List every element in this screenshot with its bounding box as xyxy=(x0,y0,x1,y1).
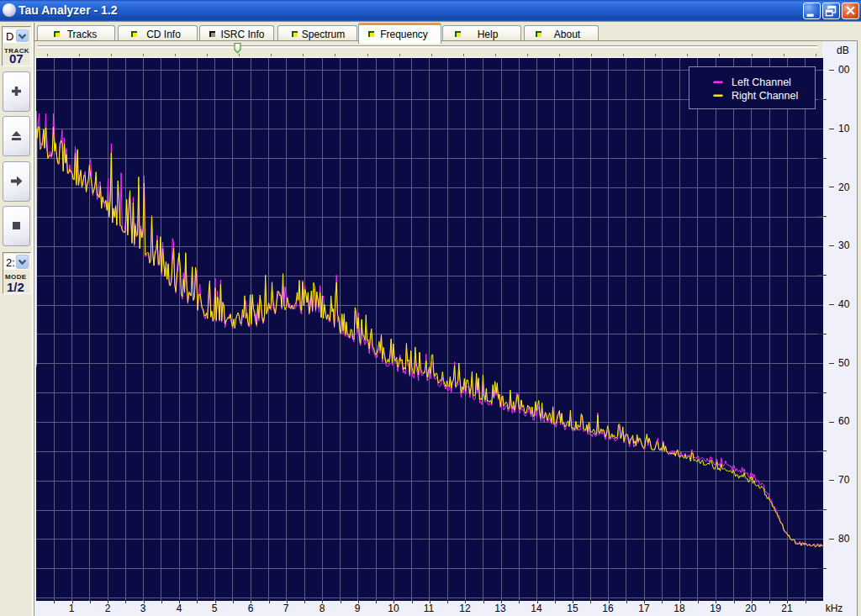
svg-text:Right Channel: Right Channel xyxy=(732,90,798,102)
svg-text:Left Channel: Left Channel xyxy=(732,76,791,88)
